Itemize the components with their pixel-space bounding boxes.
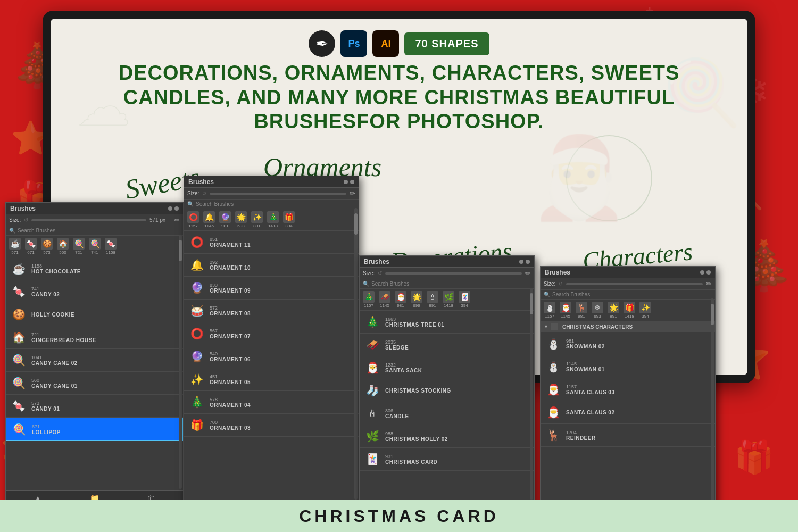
dec-icon-5[interactable]: 🕯 891 [427,291,438,308]
brush-size-santa-sack: 1232 [385,362,422,368]
orn-icon-5[interactable]: ✨ 891 [251,211,263,228]
heading-line1: DECORATIONS, ORNAMENTS, CHARACTERS, SWEE… [104,61,694,86]
brush-item-hot-chocolate[interactable]: ☕ 1158 HOT CHOCOLATE [6,257,183,280]
brush-item-reindeer[interactable]: 🦌 1704 REINDEER [541,424,715,447]
brush-item-santa-claus02[interactable]: 🎅 SANTA CLAUS 02 [541,401,715,424]
brush-item-ornament05[interactable]: ✨ 451 ORNAMENT 05 [184,368,359,391]
orn-icon-4[interactable]: 🌟 693 [235,211,247,228]
brush-name-ornament10: ORNAMENT 10 [210,265,251,271]
brush-icon-1[interactable]: ☕ 571 [9,238,21,255]
christmas-characters-category[interactable]: ▼ CHRISTMAS CHARACTERS [541,321,715,332]
brush-item-snowman02[interactable]: ⛄ 981 SNOWMAN 02 [541,332,715,355]
brush-icon-img-6: 🍭 [89,238,101,250]
panel-1-search[interactable]: 🔍 Search Brushes [6,226,183,236]
brush-icon-3[interactable]: 🍪 573 [41,238,53,255]
brush-icon-6[interactable]: 🍭 741 [89,238,101,255]
chr-icon-img-3: 🦌 [576,302,587,313]
brush-item-ornament11[interactable]: ⭕ 851 ORNAMENT 11 [184,231,359,254]
category-icon [551,323,558,330]
brush-icon-img-5: 🍭 [73,238,85,250]
panel-1-scrollbar[interactable] [179,235,182,489]
dec-icon-4[interactable]: 🌟 699 [411,291,422,308]
brush-item-candy-cane02[interactable]: 🍭 1041 CANDY CANE 02 [6,349,183,372]
panel-4-scrollbar[interactable] [711,298,714,505]
brush-item-christmas-tree[interactable]: 🎄 1663 CHRISTMAS TREE 01 [360,311,534,334]
panel-2-scrollbar[interactable] [354,208,358,500]
brush-item-holly-cookie[interactable]: 🍪 HOLLY COOKIE [6,303,183,326]
brush-name-ornament05: ORNAMENT 05 [210,379,251,385]
brush-item-santa-claus03[interactable]: 🎅 1157 SANTA CLAUS 03 [541,378,715,401]
brush-item-ornament06[interactable]: 🔮 540 ORNAMENT 06 [184,345,359,368]
chr-icon-5[interactable]: 🌟 891 [608,302,619,319]
brush-item-candy-cane01[interactable]: 🍭 560 CANDY CANE 01 [6,372,183,395]
brush-item-gingerbread[interactable]: 🏠 721 GINGERBREAD HOUSE [6,326,183,349]
orn-icon-7[interactable]: 🎁 394 [283,211,295,228]
panel-4-scroll-thumb[interactable] [711,304,714,325]
brush-size-christmas-card: 931 [385,454,437,459]
panel-1-dot2 [174,206,179,211]
brush-item-candy02[interactable]: 🍬 741 CANDY 02 [6,280,183,303]
panel-3-dot2 [526,260,530,264]
brush-name-candy-cane02: CANDY CANE 02 [31,360,78,366]
chr-icon-3[interactable]: 🦌 981 [576,302,587,319]
brush-item-snowman01[interactable]: ⛄ 1145 SNOWMAN 01 [541,355,715,378]
brush-item-ornament03[interactable]: 🎁 700 ORNAMENT 03 [184,414,359,437]
panel-1-scroll-thumb[interactable] [179,240,182,261]
main-heading: DECORATIONS, ORNAMENTS, CHARACTERS, SWEE… [104,61,694,134]
panel-3-search[interactable]: 🔍 Search Brushes [360,279,534,289]
brush-icon-2[interactable]: 🍬 671 [25,238,37,255]
brush-item-candy01[interactable]: 🍬 573 CANDY 01 [6,395,183,418]
panel-1-size-slider[interactable] [31,219,146,221]
dec-icon-1[interactable]: 🎄 1157 [363,291,375,308]
panel-2-scroll-thumb[interactable] [354,213,358,235]
chr-icon-1[interactable]: ⛄ 1157 [544,302,555,319]
panel-4-size-slider[interactable] [566,283,703,285]
brush-icon-7[interactable]: 🍬 1158 [105,238,117,255]
panel-4-title: Brushes [545,269,570,276]
brush-info-sledge: 2035 SLEDGE [385,339,409,351]
chr-icon-4[interactable]: ❄ 693 [592,302,603,319]
panel-3-size-slider[interactable] [385,272,522,275]
brush-item-ornament07[interactable]: ⭕ 567 ORNAMENT 07 [184,322,359,345]
brush-item-lollipop[interactable]: 🍭 671 LOLLIPOP [6,418,183,441]
brush-item-christmas-card[interactable]: 🃏 931 CHRISTMAS CARD [360,448,534,471]
chr-icon-6[interactable]: 🎁 1418 [624,302,635,319]
brush-name-ornament04: ORNAMENT 04 [210,402,251,408]
panel-2-search[interactable]: 🔍 Search Brushes [184,200,359,209]
dec-icon-3[interactable]: 🎅 981 [395,291,406,308]
brush-size-candy-cane02: 1041 [31,355,78,360]
orn-icon-6[interactable]: 🎄 1418 [267,211,279,228]
brush-size-lollipop: 671 [32,424,61,429]
brush-item-ornament09[interactable]: 🔮 833 ORNAMENT 09 [184,277,359,300]
brush-icon-5[interactable]: 🍭 721 [73,238,85,255]
brush-item-santa-sack[interactable]: 🎅 1232 SANTA SACK [360,356,534,379]
brush-name-sledge: SLEDGE [385,345,409,351]
panel-4-search[interactable]: 🔍 Search Brushes [541,290,715,300]
panel-3-size-row: Size: ↺ ✏ [360,268,534,279]
brush-item-stocking[interactable]: 🧦 CHRISTMAS STOCKING [360,379,534,402]
brush-preview-gingerbread: 🏠 [9,328,28,347]
orn-icon-1[interactable]: ⭕ 1157 [187,211,199,228]
dec-icon-6[interactable]: 🌿 1418 [443,291,454,308]
brush-item-sledge[interactable]: 🛷 2035 SLEDGE [360,334,534,356]
panel-3-scrollbar[interactable] [530,288,533,500]
brush-icon-4[interactable]: 🏠 560 [57,238,69,255]
brush-item-ornament04[interactable]: 🎄 578 ORNAMENT 04 [184,391,359,414]
dec-icon-img-4: 🌟 [411,291,422,303]
chr-icon-2[interactable]: 🎅 1145 [560,302,571,319]
illustrator-icon: Ai [372,30,399,57]
orn-icon-2[interactable]: 🔔 1145 [203,211,215,228]
brush-item-ornament08[interactable]: 🥁 572 ORNAMENT 08 [184,300,359,322]
dec-icon-7[interactable]: 🃏 394 [459,291,470,308]
brush-item-candle[interactable]: 🕯 806 CANDLE [360,402,534,425]
panel-2-controls [344,180,354,184]
dec-icon-2[interactable]: 🛷 1145 [379,291,390,308]
main-content-area: DECORATIONS, ORNAMENTS, CHARACTERS, SWEE… [51,61,747,134]
brush-item-ornament10[interactable]: 🔔 292 ORNAMENT 10 [184,254,359,277]
brush-item-christmas-holly[interactable]: 🌿 988 CHRISTMAS HOLLY 02 [360,425,534,448]
panel-3-scroll-thumb[interactable] [530,293,533,314]
brush-icon-img-3: 🍪 [41,238,53,250]
panel-2-size-slider[interactable] [210,193,346,195]
orn-icon-3[interactable]: 🔮 981 [219,211,231,228]
chr-icon-7[interactable]: ✨ 394 [639,302,651,319]
